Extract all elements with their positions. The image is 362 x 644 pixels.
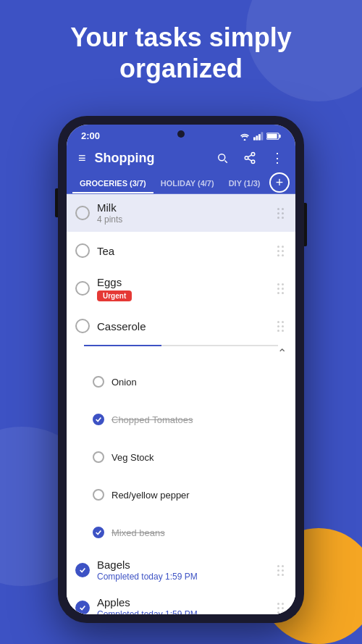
task-sub-milk: 4 pints <box>97 214 274 225</box>
subtask-beans: Mixed beans <box>67 514 295 551</box>
task-checkbox-milk[interactable] <box>75 206 90 220</box>
subtask-checkbox-pepper[interactable] <box>93 489 104 501</box>
task-content-milk: Milk 4 pints <box>97 201 274 225</box>
signal-icon <box>253 132 264 141</box>
task-completed-bagels: Completed today 1:59 PM <box>97 572 274 582</box>
task-item-casserole: Casserole <box>67 307 295 345</box>
menu-icon[interactable]: ≡ <box>78 151 86 166</box>
subtask-vegstock: Veg Stock <box>67 438 295 476</box>
subtask-name-tomatoes: Chopped Tomatoes <box>111 414 287 425</box>
task-content-apples: Apples Completed today 1:59 PM <box>97 596 274 614</box>
subtask-content-onion: Onion <box>111 377 287 388</box>
task-content-tea: Tea <box>97 245 274 257</box>
task-checkbox-casserole[interactable] <box>75 319 90 333</box>
subtask-name-vegstock: Veg Stock <box>111 452 287 463</box>
task-name-bagels: Bagels <box>97 559 274 571</box>
drag-handle-milk[interactable] <box>274 205 287 222</box>
task-checkbox-bagels[interactable] <box>75 563 90 577</box>
drag-handle-eggs[interactable] <box>274 280 287 297</box>
svg-rect-3 <box>258 134 261 140</box>
subtask-pepper: Red/yellow pepper <box>67 476 295 514</box>
drag-handle-tea[interactable] <box>274 243 287 259</box>
svg-rect-7 <box>267 133 277 138</box>
task-name-milk: Milk <box>97 201 274 214</box>
search-icon[interactable] <box>216 151 229 164</box>
sublist-progress-wrapper <box>67 345 295 346</box>
app-bar: ≡ Shopping ⋮ <box>67 144 295 172</box>
task-item-milk: Milk 4 pints <box>67 194 295 232</box>
drag-handle-apples[interactable] <box>274 600 287 615</box>
task-list: Milk 4 pints Tea <box>67 194 295 614</box>
hero-title: Your tasks simply organized <box>0 22 362 84</box>
svg-point-8 <box>251 153 255 156</box>
task-name-eggs: Eggs <box>97 276 274 288</box>
sublist-progress-fill <box>84 345 161 346</box>
task-completed-apples: Completed today 1:59 PM <box>97 609 274 614</box>
subtask-name-onion: Onion <box>111 377 287 388</box>
tab-holiday[interactable]: HOLIDAY (4/7) <box>153 172 222 193</box>
subtask-tomatoes: Chopped Tomatoes <box>67 401 295 438</box>
task-content-eggs: Eggs Urgent <box>97 276 274 301</box>
subtask-onion: Onion <box>67 363 295 401</box>
add-list-button[interactable]: + <box>269 172 290 193</box>
drag-handle-casserole[interactable] <box>274 318 287 335</box>
task-item-apples: Apples Completed today 1:59 PM <box>67 589 295 614</box>
task-checkbox-apples[interactable] <box>75 601 90 614</box>
svg-point-0 <box>244 139 246 141</box>
subtask-checkbox-vegstock[interactable] <box>93 451 104 463</box>
task-content-bagels: Bagels Completed today 1:59 PM <box>97 559 274 582</box>
share-icon[interactable] <box>243 151 256 164</box>
task-checkbox-tea[interactable] <box>75 243 90 258</box>
subtask-content-vegstock: Veg Stock <box>111 452 287 463</box>
subtask-name-pepper: Red/yellow pepper <box>111 490 287 501</box>
svg-point-10 <box>251 160 255 164</box>
subtask-checkbox-tomatoes[interactable] <box>93 414 104 425</box>
subtask-checkbox-onion[interactable] <box>93 376 104 388</box>
subtask-content-tomatoes: Chopped Tomatoes <box>111 414 287 425</box>
task-item-tea: Tea <box>67 232 295 269</box>
svg-line-12 <box>248 155 251 157</box>
task-name-apples: Apples <box>97 596 274 609</box>
svg-rect-4 <box>261 132 264 140</box>
svg-line-11 <box>248 159 251 161</box>
phone-shell: 2:00 <box>58 116 304 623</box>
wifi-icon <box>239 132 251 141</box>
phone-mockup: 2:00 <box>58 116 304 623</box>
subtask-name-beans: Mixed beans <box>111 527 287 538</box>
app-title: Shopping <box>95 151 207 166</box>
subtask-content-beans: Mixed beans <box>111 527 287 538</box>
phone-screen: 2:00 <box>67 125 295 614</box>
svg-rect-2 <box>256 135 258 140</box>
collapse-icon[interactable]: ⌃ <box>277 346 287 360</box>
task-name-tea: Tea <box>97 245 274 257</box>
sublist-progress-bar <box>84 345 278 346</box>
svg-rect-1 <box>253 137 256 140</box>
tab-diy[interactable]: DIY (1/3) <box>222 172 268 193</box>
more-icon[interactable]: ⋮ <box>271 150 284 166</box>
subtask-checkbox-beans[interactable] <box>93 527 104 538</box>
task-item-bagels: Bagels Completed today 1:59 PM <box>67 551 295 589</box>
subtask-content-pepper: Red/yellow pepper <box>111 490 287 501</box>
battery-icon <box>266 132 281 141</box>
svg-rect-6 <box>279 134 281 137</box>
svg-point-9 <box>245 156 248 160</box>
camera-dot <box>177 130 185 138</box>
status-time: 2:00 <box>81 130 100 141</box>
tabs-bar: GROCERIES (3/7) HOLIDAY (4/7) DIY (1/3) … <box>67 172 295 194</box>
drag-handle-bagels[interactable] <box>274 562 287 579</box>
task-item-eggs: Eggs Urgent <box>67 269 295 307</box>
task-checkbox-eggs[interactable] <box>75 281 90 296</box>
tab-groceries[interactable]: GROCERIES (3/7) <box>72 172 153 193</box>
sublist-header: ⌃ <box>67 346 295 363</box>
urgent-badge: Urgent <box>97 290 132 301</box>
task-name-casserole: Casserole <box>97 320 274 333</box>
task-content-casserole: Casserole <box>97 320 274 333</box>
status-icons <box>239 132 281 141</box>
